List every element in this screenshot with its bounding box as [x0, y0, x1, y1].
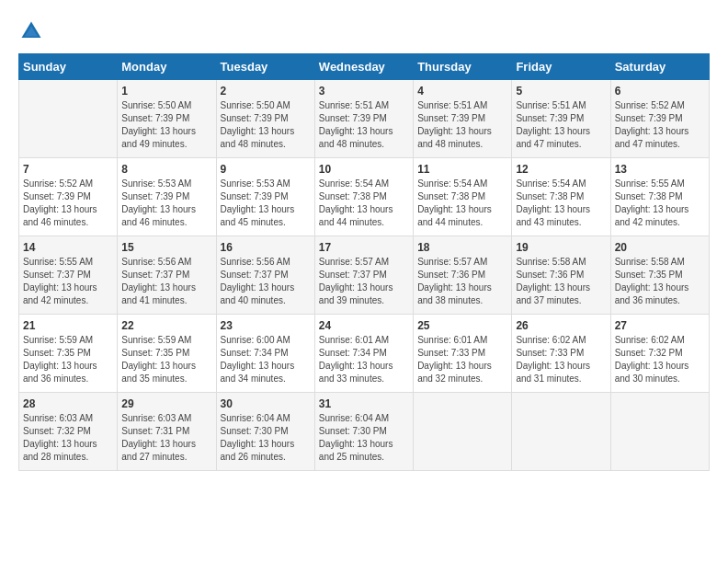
day-info: Sunrise: 5:53 AM Sunset: 7:39 PM Dayligh… [221, 178, 311, 229]
day-info: Sunrise: 6:04 AM Sunset: 7:30 PM Dayligh… [221, 412, 311, 464]
day-number: 18 [417, 241, 507, 254]
calendar-cell: 3Sunrise: 5:51 AM Sunset: 7:39 PM Daylig… [314, 80, 413, 158]
column-header-thursday: Thursday [414, 54, 512, 80]
calendar-cell [610, 393, 709, 471]
day-number: 26 [516, 319, 606, 332]
calendar-cell: 18Sunrise: 5:57 AM Sunset: 7:36 PM Dayli… [414, 236, 512, 315]
day-info: Sunrise: 5:57 AM Sunset: 7:36 PM Dayligh… [417, 256, 507, 307]
calendar-cell: 2Sunrise: 5:50 AM Sunset: 7:39 PM Daylig… [216, 80, 314, 158]
page-header [18, 18, 710, 44]
calendar-cell: 4Sunrise: 5:51 AM Sunset: 7:39 PM Daylig… [414, 80, 512, 158]
day-info: Sunrise: 5:51 AM Sunset: 7:39 PM Dayligh… [319, 99, 409, 151]
day-info: Sunrise: 6:01 AM Sunset: 7:34 PM Dayligh… [319, 334, 409, 385]
calendar-cell: 23Sunrise: 6:00 AM Sunset: 7:34 PM Dayli… [216, 315, 314, 393]
day-number: 17 [319, 241, 409, 254]
header-row: SundayMondayTuesdayWednesdayThursdayFrid… [19, 54, 710, 80]
day-info: Sunrise: 5:59 AM Sunset: 7:35 PM Dayligh… [121, 334, 211, 385]
day-number: 24 [319, 319, 409, 332]
calendar-cell: 30Sunrise: 6:04 AM Sunset: 7:30 PM Dayli… [216, 393, 314, 471]
day-number: 11 [417, 163, 507, 176]
day-info: Sunrise: 5:57 AM Sunset: 7:37 PM Dayligh… [319, 256, 409, 307]
calendar-cell: 11Sunrise: 5:54 AM Sunset: 7:38 PM Dayli… [414, 158, 512, 236]
day-number: 20 [615, 241, 705, 254]
column-header-monday: Monday [118, 54, 216, 80]
day-number: 23 [221, 319, 311, 332]
calendar-cell: 15Sunrise: 5:56 AM Sunset: 7:37 PM Dayli… [118, 236, 216, 315]
day-info: Sunrise: 6:02 AM Sunset: 7:32 PM Dayligh… [615, 334, 705, 385]
column-header-tuesday: Tuesday [216, 54, 314, 80]
calendar-cell: 22Sunrise: 5:59 AM Sunset: 7:35 PM Dayli… [118, 315, 216, 393]
day-info: Sunrise: 5:58 AM Sunset: 7:35 PM Dayligh… [615, 256, 705, 307]
day-info: Sunrise: 5:51 AM Sunset: 7:39 PM Dayligh… [516, 99, 606, 151]
day-info: Sunrise: 5:54 AM Sunset: 7:38 PM Dayligh… [516, 178, 606, 229]
day-info: Sunrise: 5:56 AM Sunset: 7:37 PM Dayligh… [121, 256, 211, 307]
week-row-5: 28Sunrise: 6:03 AM Sunset: 7:32 PM Dayli… [19, 393, 710, 471]
day-info: Sunrise: 5:50 AM Sunset: 7:39 PM Dayligh… [121, 99, 211, 151]
day-number: 3 [319, 85, 409, 98]
day-number: 5 [516, 85, 606, 98]
day-number: 9 [221, 163, 311, 176]
day-number: 1 [121, 85, 211, 98]
calendar-cell: 7Sunrise: 5:52 AM Sunset: 7:39 PM Daylig… [19, 158, 118, 236]
day-number: 16 [221, 241, 311, 254]
day-info: Sunrise: 5:52 AM Sunset: 7:39 PM Dayligh… [23, 178, 113, 229]
logo-icon [18, 18, 44, 44]
calendar-cell [414, 393, 512, 471]
day-number: 29 [121, 397, 211, 410]
day-info: Sunrise: 6:02 AM Sunset: 7:33 PM Dayligh… [516, 334, 606, 385]
day-number: 19 [516, 241, 606, 254]
calendar-cell: 13Sunrise: 5:55 AM Sunset: 7:38 PM Dayli… [610, 158, 709, 236]
column-header-friday: Friday [512, 54, 610, 80]
day-number: 12 [516, 163, 606, 176]
day-info: Sunrise: 6:04 AM Sunset: 7:30 PM Dayligh… [319, 412, 409, 464]
day-info: Sunrise: 5:55 AM Sunset: 7:37 PM Dayligh… [23, 256, 113, 307]
day-info: Sunrise: 5:54 AM Sunset: 7:38 PM Dayligh… [417, 178, 507, 229]
day-number: 28 [23, 397, 113, 410]
day-info: Sunrise: 5:50 AM Sunset: 7:39 PM Dayligh… [221, 99, 311, 151]
day-info: Sunrise: 5:51 AM Sunset: 7:39 PM Dayligh… [417, 99, 507, 151]
calendar-cell [19, 80, 118, 158]
calendar-cell: 24Sunrise: 6:01 AM Sunset: 7:34 PM Dayli… [314, 315, 413, 393]
day-info: Sunrise: 5:58 AM Sunset: 7:36 PM Dayligh… [516, 256, 606, 307]
logo [18, 18, 48, 44]
calendar-cell: 14Sunrise: 5:55 AM Sunset: 7:37 PM Dayli… [19, 236, 118, 315]
week-row-2: 7Sunrise: 5:52 AM Sunset: 7:39 PM Daylig… [19, 158, 710, 236]
calendar-cell: 16Sunrise: 5:56 AM Sunset: 7:37 PM Dayli… [216, 236, 314, 315]
day-number: 27 [615, 319, 705, 332]
calendar-cell: 29Sunrise: 6:03 AM Sunset: 7:31 PM Dayli… [118, 393, 216, 471]
day-info: Sunrise: 6:03 AM Sunset: 7:31 PM Dayligh… [121, 412, 211, 464]
day-number: 8 [121, 163, 211, 176]
calendar-cell: 19Sunrise: 5:58 AM Sunset: 7:36 PM Dayli… [512, 236, 610, 315]
day-number: 14 [23, 241, 113, 254]
day-number: 2 [221, 85, 311, 98]
column-header-wednesday: Wednesday [314, 54, 413, 80]
calendar-cell: 20Sunrise: 5:58 AM Sunset: 7:35 PM Dayli… [610, 236, 709, 315]
calendar-table: SundayMondayTuesdayWednesdayThursdayFrid… [18, 53, 710, 471]
day-number: 15 [121, 241, 211, 254]
day-info: Sunrise: 5:56 AM Sunset: 7:37 PM Dayligh… [221, 256, 311, 307]
day-info: Sunrise: 5:59 AM Sunset: 7:35 PM Dayligh… [23, 334, 113, 385]
calendar-cell: 9Sunrise: 5:53 AM Sunset: 7:39 PM Daylig… [216, 158, 314, 236]
day-number: 30 [221, 397, 311, 410]
week-row-1: 1Sunrise: 5:50 AM Sunset: 7:39 PM Daylig… [19, 80, 710, 158]
calendar-cell: 6Sunrise: 5:52 AM Sunset: 7:39 PM Daylig… [610, 80, 709, 158]
column-header-sunday: Sunday [19, 54, 118, 80]
week-row-4: 21Sunrise: 5:59 AM Sunset: 7:35 PM Dayli… [19, 315, 710, 393]
calendar-cell: 1Sunrise: 5:50 AM Sunset: 7:39 PM Daylig… [118, 80, 216, 158]
calendar-cell [512, 393, 610, 471]
day-info: Sunrise: 5:52 AM Sunset: 7:39 PM Dayligh… [615, 99, 705, 151]
day-info: Sunrise: 5:54 AM Sunset: 7:38 PM Dayligh… [319, 178, 409, 229]
calendar-cell: 10Sunrise: 5:54 AM Sunset: 7:38 PM Dayli… [314, 158, 413, 236]
day-number: 4 [417, 85, 507, 98]
calendar-cell: 12Sunrise: 5:54 AM Sunset: 7:38 PM Dayli… [512, 158, 610, 236]
day-number: 21 [23, 319, 113, 332]
day-info: Sunrise: 6:00 AM Sunset: 7:34 PM Dayligh… [221, 334, 311, 385]
calendar-cell: 28Sunrise: 6:03 AM Sunset: 7:32 PM Dayli… [19, 393, 118, 471]
day-info: Sunrise: 5:53 AM Sunset: 7:39 PM Dayligh… [121, 178, 211, 229]
day-number: 25 [417, 319, 507, 332]
day-info: Sunrise: 6:01 AM Sunset: 7:33 PM Dayligh… [417, 334, 507, 385]
day-number: 7 [23, 163, 113, 176]
calendar-cell: 21Sunrise: 5:59 AM Sunset: 7:35 PM Dayli… [19, 315, 118, 393]
column-header-saturday: Saturday [610, 54, 709, 80]
calendar-cell: 26Sunrise: 6:02 AM Sunset: 7:33 PM Dayli… [512, 315, 610, 393]
